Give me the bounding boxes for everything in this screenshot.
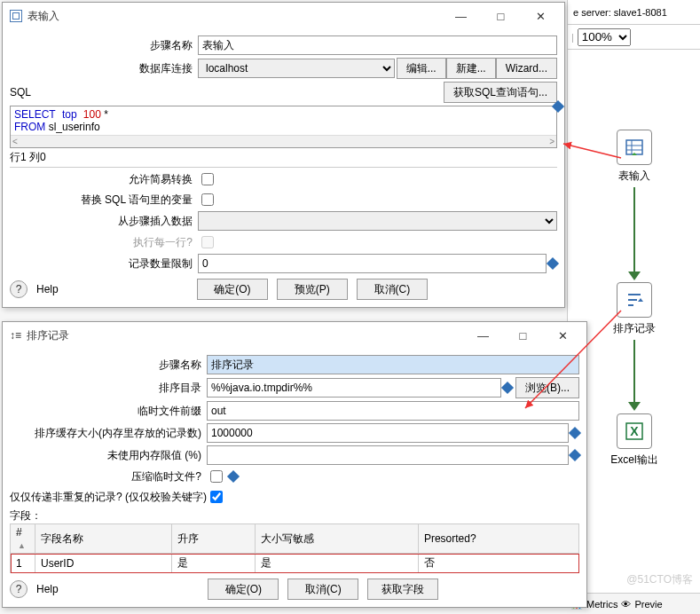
help-icon[interactable]: ? — [10, 580, 28, 598]
edit-conn-button[interactable]: 编辑... — [397, 58, 446, 79]
mem-threshold-input[interactable] — [207, 445, 569, 465]
col-asc: 升序 — [172, 524, 255, 554]
limit-input[interactable] — [198, 254, 547, 273]
cancel-button[interactable]: 取消(C) — [357, 279, 428, 300]
svg-rect-0 — [626, 140, 642, 154]
buffer-size-label: 排序缓存大小(内存里存放的记录数) — [10, 426, 207, 441]
fields-label: 字段： — [10, 508, 579, 523]
table-input-icon — [617, 130, 652, 165]
preview-tab[interactable]: Previe — [634, 599, 662, 610]
mem-threshold-label: 未使用内存限值 (%) — [10, 448, 207, 463]
dialog-title: 表输入 — [28, 9, 59, 24]
node-sort-rows[interactable]: 排序记录 — [610, 282, 658, 336]
compress-checkbox[interactable] — [210, 470, 223, 483]
compress-label: 压缩临时文件? — [10, 469, 207, 484]
wizard-button[interactable]: Wizard... — [496, 58, 557, 79]
dialog-titlebar[interactable]: 表输入 — □ ✕ — [3, 3, 564, 29]
variable-icon — [547, 257, 559, 270]
hop-arrow-icon — [628, 402, 641, 411]
cursor-position-label: 行1 列0 — [10, 150, 557, 165]
get-sql-button[interactable]: 获取SQL查询语句... — [444, 82, 557, 103]
step-name-label: 步骤名称 — [10, 358, 207, 373]
maximize-button[interactable]: □ — [481, 4, 521, 28]
variable-icon — [501, 382, 514, 394]
preview-tab-icon: 👁 — [621, 599, 631, 610]
excel-output-icon: X — [617, 413, 652, 449]
close-button[interactable]: ✕ — [543, 323, 583, 348]
canvas-toolbar: | 100% — [568, 25, 700, 50]
dialog-titlebar[interactable]: ↕≡ 排序记录 — □ ✕ — [3, 322, 586, 349]
table-input-dialog: 表输入 — □ ✕ 步骤名称 数据库连接 localhost 编辑... 新建.… — [2, 2, 565, 308]
sort-rows-dialog: ↕≡ 排序记录 — □ ✕ 步骤名称 排序目录浏览(B)... 临时文件前缀 排… — [2, 321, 587, 608]
minimize-button[interactable]: — — [441, 4, 481, 28]
dialog-icon: ↕≡ — [10, 329, 21, 342]
sort-arrow-icon: ▲ — [18, 541, 26, 550]
step-name-input[interactable] — [207, 355, 579, 374]
h-scrollbar[interactable]: <> — [11, 135, 556, 147]
browse-button[interactable]: 浏览(B)... — [515, 377, 579, 398]
hop-1[interactable] — [633, 187, 635, 272]
col-idx: #▲ — [11, 524, 35, 554]
sort-rows-icon — [617, 282, 652, 318]
each-row-label: 执行每一行? — [10, 235, 198, 250]
sql-textarea[interactable]: SELECT top 100 * FROM sl_userinfo <> — [10, 106, 557, 148]
replace-vars-checkbox[interactable] — [201, 193, 214, 206]
table-row[interactable]: 1 UserID 是 是 否 — [11, 554, 579, 573]
buffer-size-input[interactable] — [207, 423, 569, 443]
dialog-icon — [10, 10, 22, 22]
hop-arrow-icon — [628, 272, 641, 280]
step-name-input[interactable] — [198, 35, 557, 55]
replace-vars-label: 替换 SQL 语句里的变量 — [10, 193, 198, 208]
cancel-button[interactable]: 取消(C) — [287, 579, 358, 600]
server-indicator: e server: slave1-8081 — [568, 0, 700, 25]
help-button[interactable]: Help — [36, 583, 59, 595]
db-conn-label: 数据库连接 — [10, 61, 198, 76]
col-case: 大小写敏感 — [255, 524, 418, 554]
variable-icon — [569, 427, 581, 439]
tmp-prefix-label: 临时文件前缀 — [10, 404, 207, 419]
maximize-button[interactable]: □ — [503, 323, 543, 348]
ok-button[interactable]: 确定(O) — [208, 579, 279, 600]
allow-lazy-label: 允许简易转换 — [10, 172, 198, 187]
workflow-canvas[interactable]: 表输入 排序记录 X Excel输出 — [568, 50, 700, 593]
variable-icon — [227, 470, 240, 483]
node-label: Excel输出 — [610, 453, 658, 468]
hop-2[interactable] — [633, 340, 635, 402]
tmp-prefix-input[interactable] — [207, 401, 579, 421]
help-icon[interactable]: ? — [10, 280, 28, 298]
svg-text:X: X — [630, 424, 639, 438]
db-conn-select[interactable]: localhost — [198, 59, 395, 78]
node-excel-output[interactable]: X Excel输出 — [610, 413, 658, 468]
col-name: 字段名称 — [35, 524, 172, 554]
fields-grid[interactable]: #▲ 字段名称 升序 大小写敏感 Presorted? 1 UserID 是 是… — [10, 523, 579, 573]
minimize-button[interactable]: — — [463, 323, 503, 348]
node-label: 排序记录 — [610, 321, 658, 336]
preview-button[interactable]: 预览(P) — [277, 279, 348, 300]
limit-label: 记录数量限制 — [10, 256, 198, 272]
variable-icon — [569, 449, 581, 461]
zoom-select[interactable]: 100% — [578, 28, 631, 46]
get-fields-button[interactable]: 获取字段 — [367, 579, 438, 600]
allow-lazy-checkbox[interactable] — [201, 173, 214, 185]
server-label: e server: slave1-8081 — [568, 5, 672, 20]
node-label: 表输入 — [610, 169, 658, 184]
ok-button[interactable]: 确定(O) — [197, 279, 268, 300]
metrics-tab[interactable]: Metrics — [586, 599, 617, 610]
unique-label: 仅仅传递非重复的记录? (仅仅校验关键字) — [10, 490, 207, 505]
unique-checkbox[interactable] — [210, 491, 223, 503]
sort-dir-input[interactable] — [207, 378, 501, 398]
insert-from-select[interactable] — [198, 211, 557, 231]
each-row-checkbox — [201, 236, 214, 248]
dialog-title: 排序记录 — [27, 328, 69, 343]
help-button[interactable]: Help — [36, 283, 59, 295]
close-button[interactable]: ✕ — [521, 4, 561, 28]
sort-dir-label: 排序目录 — [10, 381, 207, 396]
sql-label: SQL — [10, 86, 31, 98]
step-name-label: 步骤名称 — [10, 38, 198, 53]
new-conn-button[interactable]: 新建... — [446, 58, 496, 79]
divider-icon: | — [571, 32, 574, 43]
col-presorted: Presorted? — [418, 524, 578, 554]
insert-from-label: 从步骤插入数据 — [10, 214, 198, 229]
node-table-input[interactable]: 表输入 — [610, 130, 658, 184]
